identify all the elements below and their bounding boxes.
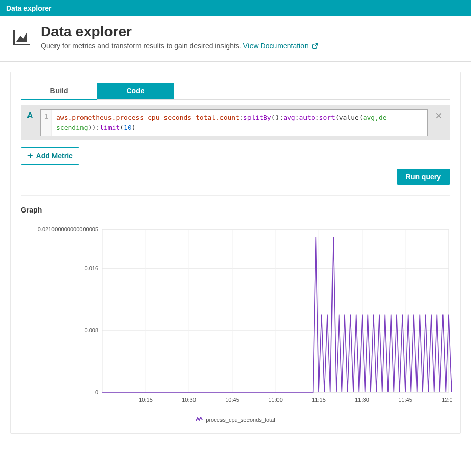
chart-icon	[10, 27, 33, 49]
page-subtitle: Query for metrics and transform results …	[41, 42, 318, 51]
breadcrumb-title: Data explorer	[6, 4, 51, 12]
svg-text:0.008: 0.008	[84, 327, 98, 333]
svg-text:11:00: 11:00	[268, 396, 283, 403]
divider	[21, 195, 450, 196]
tabs: Build Code	[21, 83, 450, 100]
svg-text:10:15: 10:15	[138, 396, 153, 403]
breadcrumb-bar: Data explorer	[0, 0, 471, 16]
page: Data explorer Query for metrics and tran…	[0, 16, 471, 464]
svg-text:11:30: 11:30	[355, 396, 369, 403]
svg-rect-0	[13, 44, 30, 45]
chart: 00.0080.0160.02100000000000000510:1510:3…	[21, 224, 450, 410]
svg-text:0.021000000000000005: 0.021000000000000005	[38, 226, 98, 232]
query-letter: A	[27, 109, 34, 120]
tab-build[interactable]: Build	[21, 83, 97, 100]
query-panel: Build Code A 1 aws.prometheus.process_cp…	[10, 72, 461, 434]
external-link-icon	[312, 43, 318, 51]
svg-text:10:45: 10:45	[225, 396, 239, 403]
page-header: Data explorer Query for metrics and tran…	[0, 16, 471, 62]
legend-series-label: process_cpu_seconds_total	[206, 417, 275, 423]
tab-code[interactable]: Code	[97, 83, 174, 99]
plus-icon: +	[27, 151, 33, 161]
code-editor[interactable]: 1 aws.prometheus.process_cpu_seconds_tot…	[40, 109, 428, 136]
graph-label: Graph	[21, 206, 450, 214]
page-title: Data explorer	[41, 23, 318, 40]
code-gutter: 1	[41, 110, 52, 136]
svg-text:12:00: 12:00	[441, 396, 452, 403]
svg-marker-2	[16, 32, 27, 42]
legend-series-icon	[196, 417, 203, 423]
code-content[interactable]: aws.prometheus.process_cpu_seconds_total…	[52, 110, 391, 136]
svg-text:0.016: 0.016	[84, 265, 98, 271]
add-metric-button[interactable]: + Add Metric	[21, 147, 79, 165]
view-documentation-link[interactable]: View Documentation	[243, 42, 318, 50]
svg-text:0: 0	[95, 389, 98, 395]
run-query-button[interactable]: Run query	[397, 169, 450, 185]
content: Build Code A 1 aws.prometheus.process_cp…	[0, 62, 471, 444]
svg-text:11:15: 11:15	[312, 396, 326, 403]
svg-text:10:30: 10:30	[182, 396, 196, 403]
svg-text:11:45: 11:45	[398, 396, 412, 403]
svg-rect-1	[13, 30, 15, 45]
query-row: A 1 aws.prometheus.process_cpu_seconds_t…	[21, 105, 450, 140]
chart-legend: process_cpu_seconds_total	[21, 417, 450, 423]
remove-query-button[interactable]	[434, 109, 444, 123]
